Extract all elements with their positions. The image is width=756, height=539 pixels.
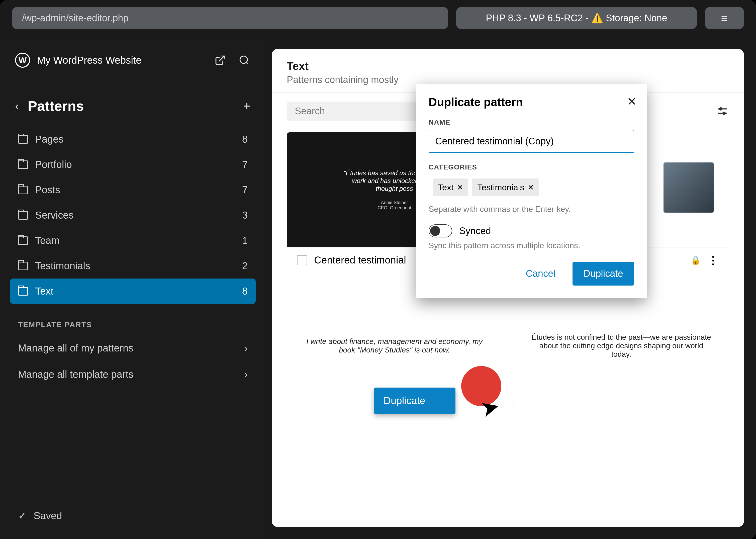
saved-indicator: ✓ Saved [18,510,62,521]
preview-text: I write about finance, management and ec… [302,337,487,354]
sidebar-item-label: Team [35,235,60,246]
pattern-name-input[interactable] [429,130,634,153]
site-name: My WordPress Website [37,55,141,66]
select-checkbox[interactable] [297,255,307,265]
nav-title: Patterns [28,98,84,114]
sidebar-item-services[interactable]: Services3 [10,202,256,228]
sidebar-item-label: Portfolio [35,159,72,170]
synced-hint: Sync this pattern across multiple locati… [429,241,634,250]
name-label: NAME [429,118,634,126]
sidebar-item-label: Pages [35,134,63,145]
filter-button[interactable] [716,105,729,117]
template-parts-heading: TEMPLATE PARTS [0,306,266,335]
tag-label: Testimonials [477,183,524,192]
search-icon[interactable] [238,54,251,67]
modal-title: Duplicate pattern [429,95,634,109]
sidebar-item-text[interactable]: Text8 [10,278,256,304]
hamburger-menu-button[interactable]: ≡ [705,7,744,29]
remove-tag-button[interactable]: ✕ [457,183,463,192]
environment-badge: PHP 8.3 - WP 6.5-RC2 - ⚠️ Storage: None [456,7,697,29]
open-site-button[interactable] [214,54,227,67]
chevron-right-icon: › [244,369,248,380]
folder-icon [18,287,28,296]
manage-parts-label: Manage all template parts [18,369,133,380]
back-button[interactable]: ‹ [15,100,19,112]
page-title: Text [287,60,729,72]
count-badge: 3 [242,209,248,221]
folder-icon [18,262,28,270]
svg-point-5 [719,108,722,110]
manage-patterns-label: Manage all of my patterns [18,343,133,354]
preview-signature: Annie SteinerCEO, Greenprint [377,200,411,210]
check-icon: ✓ [18,510,27,521]
lock-icon: 🔒 [691,256,701,265]
sidebar-item-label: Text [35,285,53,297]
preview-image [663,162,714,213]
sidebar-item-posts[interactable]: Posts7 [10,177,256,202]
count-badge: 7 [242,184,248,195]
count-badge: 7 [242,159,248,170]
more-actions-button[interactable]: ⋮ [708,258,718,263]
close-button[interactable]: ✕ [627,95,637,108]
synced-toggle[interactable] [429,224,452,237]
count-badge: 2 [242,260,248,271]
manage-template-parts-link[interactable]: Manage all template parts› [0,361,266,388]
remove-tag-button[interactable]: ✕ [528,183,534,192]
cancel-button[interactable]: Cancel [518,262,563,285]
tag-label: Text [438,183,453,192]
sidebar-item-label: Services [35,209,73,221]
folder-icon [18,160,28,169]
svg-point-6 [723,112,725,114]
duplicate-button[interactable]: Duplicate [572,262,634,285]
wordpress-logo-icon: W [15,53,30,68]
duplicate-pattern-modal: Duplicate pattern ✕ NAME CATEGORIES Text… [416,84,647,298]
site-editor-sidebar: W My WordPress Website ‹ Patterns + Page… [0,38,266,539]
svg-line-0 [219,56,224,61]
sidebar-item-pages[interactable]: Pages8 [10,126,256,152]
categories-input[interactable]: Text✕ Testimonials✕ [429,175,634,200]
count-badge: 8 [242,285,248,297]
sidebar-item-portfolio[interactable]: Portfolio7 [10,152,256,177]
saved-label: Saved [34,510,62,521]
chevron-right-icon: › [244,343,248,354]
svg-line-2 [246,62,249,64]
folder-icon [18,211,28,220]
svg-point-1 [240,56,247,63]
url-bar[interactable]: /wp-admin/site-editor.php [12,7,448,29]
sidebar-item-label: Posts [35,184,60,195]
count-badge: 1 [242,235,248,246]
sidebar-item-label: Testimonials [35,260,90,271]
category-tag: Text✕ [433,179,468,196]
synced-label: Synced [459,226,491,236]
sidebar-item-team[interactable]: Team1 [10,228,256,253]
category-tag: Testimonials✕ [472,179,539,196]
folder-icon [18,135,28,144]
manage-patterns-link[interactable]: Manage all of my patterns› [0,335,266,361]
pattern-card[interactable]: Études is not confined to the past—we ar… [514,283,729,408]
context-menu-duplicate[interactable]: Duplicate [374,388,455,414]
count-badge: 8 [242,134,248,145]
folder-icon [18,186,28,194]
add-pattern-button[interactable]: + [243,99,251,114]
sidebar-item-testimonials[interactable]: Testimonials2 [10,253,256,278]
preview-text: Études is not confined to the past—we ar… [529,333,714,358]
categories-label: CATEGORIES [429,163,634,171]
folder-icon [18,236,28,245]
categories-hint: Separate with commas or the Enter key. [429,204,634,214]
